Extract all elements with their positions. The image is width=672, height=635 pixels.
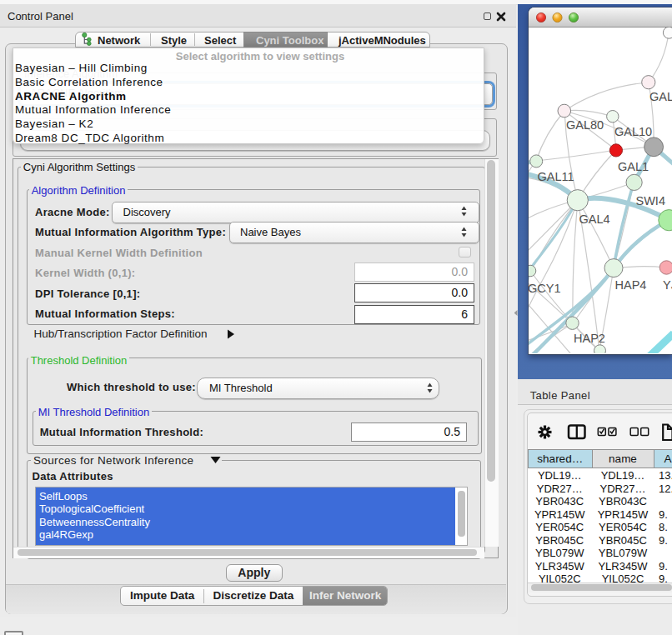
svg-text:GAL10: GAL10 bbox=[614, 125, 652, 138]
svg-text:YJ: YJ bbox=[663, 278, 672, 292]
svg-text:GAL11: GAL11 bbox=[538, 170, 574, 183]
svg-text:HAP4: HAP4 bbox=[615, 278, 647, 292]
svg-text:GAL80: GAL80 bbox=[566, 118, 604, 132]
svg-text:SWI4: SWI4 bbox=[636, 194, 665, 208]
svg-text:GAL2: GAL2 bbox=[649, 90, 672, 103]
svg-text:GCY1: GCY1 bbox=[529, 282, 561, 295]
svg-text:GAL1: GAL1 bbox=[618, 160, 649, 173]
svg-text:GAL4: GAL4 bbox=[579, 212, 610, 226]
svg-text:HAP2: HAP2 bbox=[574, 332, 605, 345]
